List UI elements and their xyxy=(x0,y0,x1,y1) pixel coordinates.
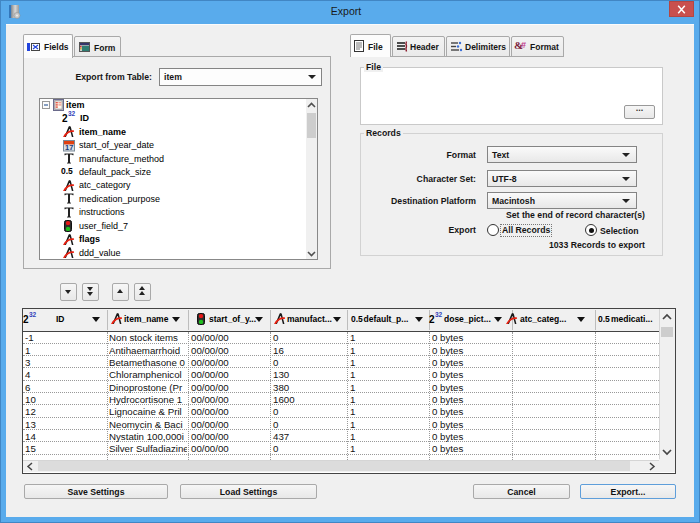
svg-text:17: 17 xyxy=(65,142,73,151)
